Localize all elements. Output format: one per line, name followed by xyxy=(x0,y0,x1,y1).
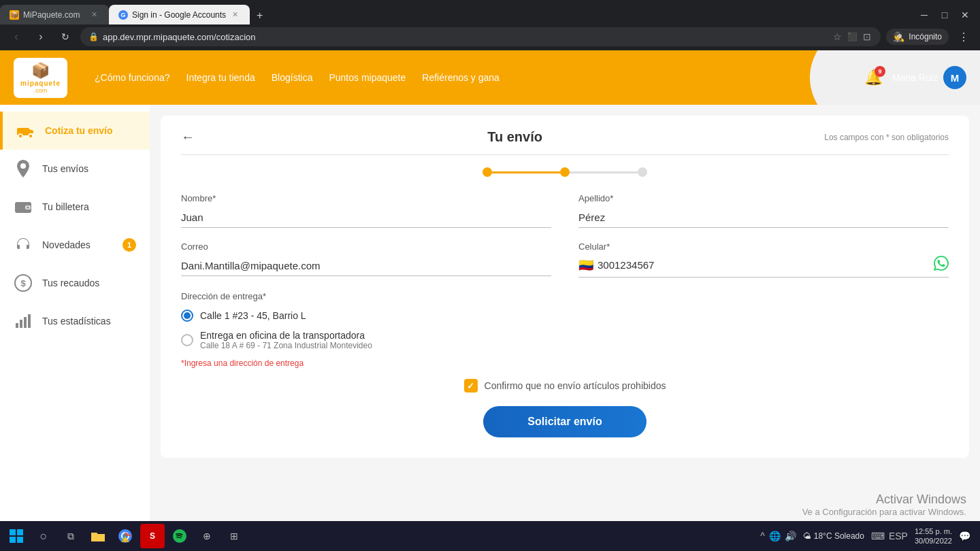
sidebar: Cotiza tu envío Tus envíos xyxy=(0,105,150,551)
step-dot-3 xyxy=(638,167,647,177)
nav-refierenos[interactable]: Refiérenos y gana xyxy=(422,72,500,83)
window-minimize-button[interactable]: ─ xyxy=(915,5,934,24)
taskbar-right-icons: ⌨ ESP xyxy=(871,531,908,541)
volume-icon[interactable]: 🔊 xyxy=(785,531,796,541)
browser-menu-button[interactable]: ⋮ xyxy=(954,27,973,46)
address-bar[interactable]: 🔒 app.dev.mpr.mipaquete.com/cotizacion ☆… xyxy=(80,27,881,46)
direccion-label: Dirección de entrega* xyxy=(181,291,949,301)
tab-mipaquete[interactable]: 📦 MiPaquete.com ✕ xyxy=(0,5,109,24)
taskbar-datetime[interactable]: 12:55 p. m. 30/09/2022 xyxy=(915,527,952,546)
nav-integra-tienda[interactable]: Integra tu tienda xyxy=(186,72,255,83)
sidebar-item-estadisticas[interactable]: Tus estadísticas xyxy=(0,302,150,340)
nav-como-funciona[interactable]: ¿Cómo funciona? xyxy=(95,72,170,83)
phone-group: 🇨🇴 xyxy=(578,256,949,278)
apellido-group: Apellido* xyxy=(578,193,949,228)
ssl-lock-icon: 🔒 xyxy=(88,32,99,41)
whatsapp-icon[interactable] xyxy=(934,256,949,274)
chrome-taskbar-button[interactable] xyxy=(113,524,137,548)
sidebar-item-cotiza[interactable]: Cotiza tu envío xyxy=(0,112,150,150)
notification-bell[interactable]: 🔔 9 xyxy=(864,69,883,86)
url-text: app.dev.mpr.mipaquete.com/cotizacion xyxy=(103,32,828,42)
submit-button[interactable]: Solicitar envío xyxy=(483,406,647,437)
taskbar: ○ ⧉ S ⊕ ⊞ ^ 🌐 🔊 🌤 xyxy=(0,521,980,551)
celular-input[interactable] xyxy=(598,256,926,273)
sidebar-label-envios: Tus envíos xyxy=(42,163,88,174)
app7-taskbar-button[interactable]: ⊕ xyxy=(195,524,219,548)
svg-point-4 xyxy=(20,163,26,169)
location-icon xyxy=(14,159,33,178)
user-info[interactable]: Maria Ruiz M xyxy=(892,66,966,89)
incognito-icon: 🕵 xyxy=(893,31,904,42)
notification-badge: 9 xyxy=(875,66,885,77)
weather-widget[interactable]: 🌤 18°C Soleado xyxy=(803,531,864,541)
svg-rect-12 xyxy=(24,317,27,328)
sidebar-item-novedades[interactable]: Novedades 1 xyxy=(0,226,150,264)
radio-option-1[interactable]: Calle 1 #23 - 45, Barrio L xyxy=(181,310,949,322)
extension-icon[interactable]: ⬛ xyxy=(846,31,859,43)
cast-icon[interactable]: ⊡ xyxy=(862,30,872,44)
name-row: Nombre* Apellido* xyxy=(181,193,949,228)
tab-favicon-google: G xyxy=(118,10,128,20)
svg-rect-10 xyxy=(16,323,18,328)
form-title: Tu envío xyxy=(206,129,824,145)
checkmark-icon: ✓ xyxy=(467,381,474,391)
radio-option-2[interactable]: Entrega en oficina de la transportadora … xyxy=(181,330,949,350)
window-close-button[interactable]: ✕ xyxy=(956,5,975,24)
radio-button-1[interactable] xyxy=(181,310,193,322)
sidebar-label-billetera: Tu billetera xyxy=(42,201,89,212)
form-header: ← Tu envío Los campos con * son obligato… xyxy=(181,129,949,155)
svg-point-7 xyxy=(27,207,29,209)
star-icon[interactable]: ☆ xyxy=(832,30,843,44)
back-button[interactable]: ← xyxy=(181,129,195,145)
logo-box: 📦 mipaquete .com xyxy=(14,58,67,98)
sidebar-label-cotiza: Cotiza tu envío xyxy=(45,125,113,136)
correo-label: Correo xyxy=(181,241,551,252)
correo-input[interactable] xyxy=(181,256,551,276)
svg-rect-11 xyxy=(20,320,22,328)
spotify-taskbar-button[interactable] xyxy=(167,524,192,548)
lang-indicator[interactable]: ESP xyxy=(889,531,908,541)
reload-button[interactable]: ↻ xyxy=(56,27,75,46)
keyboard-icon[interactable]: ⌨ xyxy=(871,531,885,541)
start-button[interactable] xyxy=(4,524,29,548)
chevron-up-icon[interactable]: ^ xyxy=(760,531,765,541)
snagit-taskbar-button[interactable]: S xyxy=(140,524,165,548)
prohibited-checkbox[interactable]: ✓ xyxy=(464,379,478,393)
radio-text-1: Calle 1 #23 - 45, Barrio L xyxy=(200,310,306,321)
celular-label: Celular* xyxy=(578,241,949,252)
nav-blogistica[interactable]: Blogística xyxy=(272,72,313,83)
money-icon: $ xyxy=(14,273,33,293)
nav-puntos[interactable]: Puntos mipaquete xyxy=(329,72,406,83)
forward-nav-button[interactable]: › xyxy=(31,27,50,46)
window-maximize-button[interactable]: □ xyxy=(935,5,954,24)
logo-icon: 📦 xyxy=(31,62,50,80)
sidebar-item-envios[interactable]: Tus envíos xyxy=(0,150,150,188)
svg-rect-16 xyxy=(10,537,16,543)
taskview-button[interactable]: ⧉ xyxy=(59,524,83,548)
file-explorer-button[interactable] xyxy=(86,524,110,548)
nombre-input[interactable] xyxy=(181,207,551,228)
new-tab-button[interactable]: + xyxy=(250,7,270,24)
taskbar-date-text: 30/09/2022 xyxy=(915,536,952,546)
step-dot-2 xyxy=(560,167,570,177)
sun-icon: 🌤 xyxy=(803,531,811,541)
tab-label-mipaquete: MiPaquete.com xyxy=(23,10,85,20)
search-taskbar-button[interactable]: ○ xyxy=(31,524,56,548)
notification-taskbar-icon[interactable]: 💬 xyxy=(959,531,970,541)
app8-taskbar-button[interactable]: ⊞ xyxy=(222,524,246,548)
radio-button-2[interactable] xyxy=(181,334,193,346)
sidebar-item-billetera[interactable]: Tu billetera xyxy=(0,188,150,226)
sidebar-item-recaudos[interactable]: $ Tus recaudos xyxy=(0,264,150,302)
network-icon[interactable]: 🌐 xyxy=(769,531,781,541)
radio-text-2: Entrega en oficina de la transportadora xyxy=(200,330,372,341)
tab-close-google[interactable]: ✕ xyxy=(230,9,240,20)
apellido-input[interactable] xyxy=(578,207,949,228)
weather-text: 18°C Soleado xyxy=(814,531,864,541)
svg-point-2 xyxy=(18,134,22,138)
tab-google[interactable]: G Sign in - Google Accounts ✕ xyxy=(109,5,250,24)
taskbar-time-text: 12:55 p. m. xyxy=(915,527,952,536)
back-nav-button[interactable]: ‹ xyxy=(7,27,26,46)
logo-area[interactable]: 📦 mipaquete .com xyxy=(14,58,67,98)
nav-links: ¿Cómo funciona? Integra tu tienda Blogís… xyxy=(95,72,864,83)
tab-close-mipaquete[interactable]: ✕ xyxy=(89,9,99,20)
